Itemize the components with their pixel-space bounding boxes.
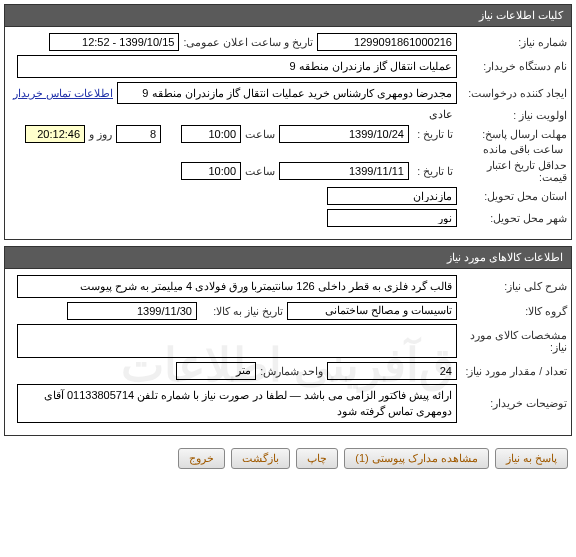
creator-field[interactable]: مجدرضا دومهری کارشناس خرید عملیات انتقال… [117, 82, 457, 105]
button-bar: پاسخ به نیاز مشاهده مدارک پیوستی (1) چاپ… [4, 444, 572, 473]
exit-button[interactable]: خروج [178, 448, 225, 469]
group-label: گروه کالا: [457, 305, 567, 317]
respond-button[interactable]: پاسخ به نیاز [495, 448, 568, 469]
deadline-date-field[interactable] [279, 125, 409, 143]
province-label: استان محل تحویل: [457, 190, 567, 202]
deadline-label: مهلت ارسال پاسخ: [457, 128, 567, 140]
qty-field[interactable] [327, 362, 457, 380]
unit-field[interactable] [176, 362, 256, 380]
spec-label: مشخصات کالای مورد نیاز: [457, 329, 567, 353]
section1-body: شماره نیاز: تاریخ و ساعت اعلان عمومی: نا… [4, 27, 572, 240]
announce-field[interactable] [49, 33, 179, 51]
remain-label: ساعت باقی مانده [479, 143, 567, 155]
city-field[interactable] [327, 209, 457, 227]
section1-header: کلیات اطلاعات نیاز [4, 4, 572, 27]
qty-label: تعداد / مقدار مورد نیاز: [457, 365, 567, 377]
print-button[interactable]: چاپ [296, 448, 338, 469]
section2-body: ق‌آفرینی اطلاعات شرح کلی نیاز: قالب گرد … [4, 269, 572, 436]
min-valid-time-field[interactable] [181, 162, 241, 180]
priority-label: اولویت نیاز : [457, 109, 567, 121]
back-button[interactable]: بازگشت [231, 448, 290, 469]
need-date-label: تاریخ نیاز به کالا: [197, 305, 287, 317]
need-no-label: شماره نیاز: [457, 36, 567, 48]
buyer-notes-field[interactable]: ارائه پیش فاکتور الزامی می باشد — لطفا د… [17, 384, 457, 423]
buyer-notes-label: توضیحات خریدار: [457, 397, 567, 409]
remain-time-field: 20:12:46 [25, 125, 85, 143]
min-valid-label: حداقل تاریخ اعتبار قیمت: [457, 159, 567, 183]
until-label: تا تاریخ : [409, 128, 457, 140]
spec-field[interactable] [17, 324, 457, 358]
desc-field[interactable]: قالب گرد فلزی به قطر داخلی 126 سانتیمترب… [17, 275, 457, 298]
min-valid-date-field[interactable] [279, 162, 409, 180]
desc-label: شرح کلی نیاز: [457, 280, 567, 292]
need-date-field[interactable] [67, 302, 197, 320]
contact-link[interactable]: اطلاعات تماس خریدار [9, 87, 117, 99]
min-valid-until: تا تاریخ : [409, 165, 457, 177]
buyer-field[interactable]: عملیات انتقال گاز مازندران منطقه 9 [17, 55, 457, 78]
need-no-field[interactable] [317, 33, 457, 51]
attachments-button[interactable]: مشاهده مدارک پیوستی (1) [344, 448, 489, 469]
time-label-1: ساعت [241, 128, 279, 140]
group-field[interactable] [287, 302, 457, 320]
unit-label: واحد شمارش: [256, 365, 327, 377]
province-field[interactable] [327, 187, 457, 205]
section2-header: اطلاعات کالاهای مورد نیاز [4, 246, 572, 269]
time-label-2: ساعت [241, 165, 279, 177]
priority-val: عادی [425, 108, 457, 121]
days-label: روز و [85, 128, 116, 140]
days-field[interactable] [116, 125, 161, 143]
creator-label: ایجاد کننده درخواست: [457, 87, 567, 99]
buyer-label: نام دستگاه خریدار: [457, 60, 567, 72]
city-label: شهر محل تحویل: [457, 212, 567, 224]
deadline-time-field[interactable] [181, 125, 241, 143]
announce-label: تاریخ و ساعت اعلان عمومی: [179, 36, 317, 48]
